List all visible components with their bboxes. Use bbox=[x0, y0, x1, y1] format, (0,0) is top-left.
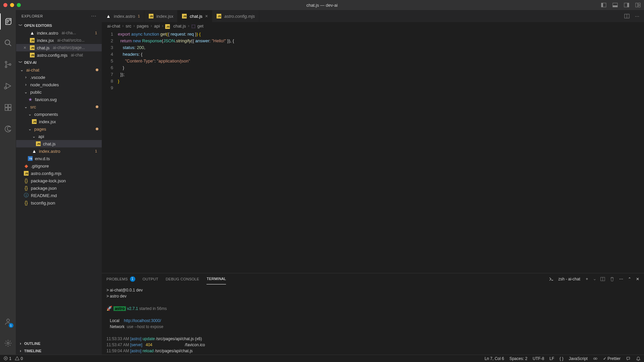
breadcrumb-item[interactable]: ai-chat bbox=[107, 24, 120, 29]
open-editor-item[interactable]: ×JSchat.jsai-chat/src/page... bbox=[16, 44, 102, 51]
split-terminal-icon[interactable] bbox=[600, 277, 605, 281]
new-terminal-icon[interactable]: ＋ bbox=[585, 276, 589, 282]
folder-item[interactable]: ⌄components bbox=[16, 110, 102, 118]
warning-count[interactable]: 0 bbox=[15, 356, 23, 361]
file-item[interactable]: JSchat.js bbox=[16, 140, 102, 147]
editor-tab[interactable]: JSastro.config.mjs bbox=[212, 10, 259, 22]
breadcrumb-item[interactable]: api bbox=[154, 24, 160, 29]
terminal-dropdown-icon[interactable]: ⌵ bbox=[594, 277, 596, 281]
window-title: chat.js — dev-ai bbox=[306, 3, 337, 8]
close-icon[interactable]: × bbox=[22, 45, 28, 50]
breadcrumbs[interactable]: ai-chat›src›pages›api›JSchat.js›⬚ get bbox=[102, 22, 644, 30]
open-editor-item[interactable]: JSindex.jsxai-chat/src/co... bbox=[16, 37, 102, 44]
kill-terminal-icon[interactable] bbox=[610, 277, 614, 281]
file-item[interactable]: {}package-lock.json bbox=[16, 177, 102, 184]
language-mode[interactable]: JavaScript bbox=[569, 356, 588, 361]
folder-item[interactable]: ⌄ai-chat bbox=[16, 66, 102, 74]
item-label: chat.js bbox=[43, 141, 56, 146]
split-editor-icon[interactable] bbox=[624, 13, 630, 19]
encoding[interactable]: UTF-8 bbox=[533, 356, 544, 361]
toggle-panel-icon[interactable] bbox=[612, 2, 618, 8]
folder-item[interactable]: ⌄api bbox=[16, 133, 102, 140]
folder-item[interactable]: ›node_modules bbox=[16, 81, 102, 88]
file-item[interactable]: ★favicon.svg bbox=[16, 96, 102, 103]
output-tab[interactable]: OUTPUT bbox=[143, 273, 158, 284]
edge-activity[interactable] bbox=[0, 121, 16, 137]
timeline-header[interactable]: › TIMELINE bbox=[16, 347, 102, 355]
svg-rect-7 bbox=[638, 3, 640, 5]
folder-item[interactable]: ⌄pages bbox=[16, 125, 102, 133]
close-window-icon[interactable] bbox=[3, 3, 7, 7]
breadcrumb-item[interactable]: chat.js bbox=[173, 24, 186, 29]
workspace-header[interactable]: ﹀ DEV-AI bbox=[16, 59, 102, 66]
maximize-panel-icon[interactable]: ⌃ bbox=[628, 277, 631, 281]
extensions-activity[interactable] bbox=[0, 99, 16, 116]
panel-more-icon[interactable]: ⋯ bbox=[619, 277, 623, 281]
open-editor-item[interactable]: ▲index.astroai-cha...1 bbox=[16, 29, 102, 37]
item-label: components bbox=[34, 112, 58, 117]
accounts-activity[interactable]: 1 bbox=[0, 314, 16, 330]
svg-rect-1 bbox=[601, 3, 603, 7]
explorer-more-icon[interactable]: ⋯ bbox=[91, 13, 97, 19]
maximize-window-icon[interactable] bbox=[17, 3, 21, 7]
debug-activity[interactable] bbox=[0, 78, 16, 94]
file-item[interactable]: {}tsconfig.json bbox=[16, 199, 102, 207]
close-tab-icon[interactable]: × bbox=[205, 13, 208, 19]
error-count[interactable]: 1 bbox=[3, 356, 11, 361]
close-panel-icon[interactable]: ✕ bbox=[636, 277, 639, 281]
problems-tab[interactable]: PROBLEMS1 bbox=[106, 273, 135, 284]
editor-tab[interactable]: ▲index.astro1 bbox=[102, 10, 144, 22]
cursor-position[interactable]: Ln 7, Col 6 bbox=[485, 356, 504, 361]
minimize-window-icon[interactable] bbox=[10, 3, 14, 7]
file-item[interactable]: ▲index.astro1 bbox=[16, 147, 102, 155]
tab-label: index.jsx bbox=[156, 14, 174, 19]
folder-item[interactable]: ⌄src bbox=[16, 103, 102, 110]
open-editor-item[interactable]: JSastro.config.mjsai-chat bbox=[16, 51, 102, 59]
open-editors-header[interactable]: ﹀ OPEN EDITORS bbox=[16, 22, 102, 29]
chevron-right-icon: › bbox=[133, 24, 135, 28]
copilot-status-icon[interactable] bbox=[593, 356, 598, 361]
code-editor[interactable]: 123456789 export async function get({ re… bbox=[102, 30, 644, 273]
editor-tab[interactable]: JSindex.jsx bbox=[144, 10, 178, 22]
breadcrumb-item[interactable]: src bbox=[126, 24, 131, 29]
file-item[interactable]: ◆.gitignore bbox=[16, 162, 102, 170]
source-control-activity[interactable] bbox=[0, 56, 16, 73]
toggle-sidebar-right-icon[interactable] bbox=[624, 2, 629, 8]
folder-item[interactable]: ›.vscode bbox=[16, 74, 102, 81]
customize-layout-icon[interactable] bbox=[635, 2, 641, 8]
terminal-name[interactable]: zsh - ai-chat bbox=[558, 277, 580, 281]
breadcrumb-item[interactable]: get bbox=[197, 24, 203, 29]
folder-item[interactable]: ⌄public bbox=[16, 88, 102, 96]
astro-label: astro bbox=[113, 306, 126, 311]
eol[interactable]: LF bbox=[550, 356, 554, 361]
terminal-output[interactable]: > ai-chat@0.0.1 dev > astro dev 🚀 astro … bbox=[102, 284, 644, 355]
file-item[interactable]: {}package.json bbox=[16, 184, 102, 192]
editor-tab[interactable]: JSchat.js× bbox=[178, 10, 212, 22]
bell-icon[interactable] bbox=[636, 356, 641, 361]
indentation[interactable]: Spaces: 2 bbox=[509, 356, 527, 361]
item-label: .gitignore bbox=[31, 164, 49, 169]
toggle-sidebar-left-icon[interactable] bbox=[601, 2, 606, 8]
terminal-tab[interactable]: TERMINAL bbox=[206, 273, 226, 284]
file-item[interactable]: JSindex.jsx bbox=[16, 118, 102, 125]
breadcrumb-item[interactable]: pages bbox=[137, 24, 148, 29]
item-label: tsconfig.json bbox=[31, 200, 55, 206]
item-label: .vscode bbox=[30, 75, 45, 80]
debug-console-tab[interactable]: DEBUG CONSOLE bbox=[166, 273, 199, 284]
chevron-down-icon: ﹀ bbox=[18, 60, 23, 65]
file-item[interactable]: JSastro.config.mjs bbox=[16, 170, 102, 177]
prettier-status[interactable]: ✓ Prettier bbox=[603, 356, 620, 361]
settings-activity[interactable] bbox=[0, 335, 16, 351]
item-label: ai-chat bbox=[26, 67, 39, 73]
file-item[interactable]: TSenv.d.ts bbox=[16, 155, 102, 162]
item-label: favicon.svg bbox=[35, 97, 57, 102]
feedback-icon[interactable] bbox=[626, 356, 631, 361]
svg-point-18 bbox=[7, 319, 9, 322]
outline-header[interactable]: › OUTLINE bbox=[16, 340, 102, 347]
editor-more-icon[interactable]: ⋯ bbox=[635, 14, 639, 19]
sidebar-header: EXPLORER ⋯ bbox=[16, 10, 102, 22]
explorer-activity[interactable] bbox=[0, 13, 16, 30]
search-activity[interactable] bbox=[0, 35, 16, 51]
file-item[interactable]: ⓘREADME.md bbox=[16, 192, 102, 199]
language-braces-icon[interactable]: { } bbox=[560, 356, 563, 361]
